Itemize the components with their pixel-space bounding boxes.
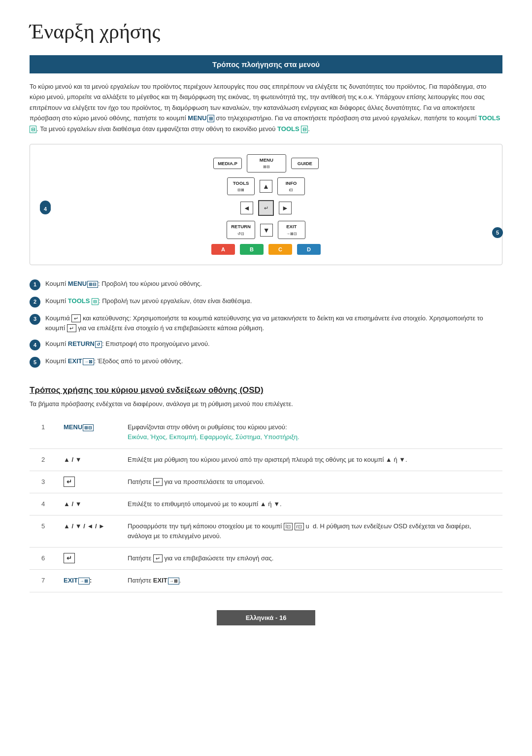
osd-row-5: 5 ▲ / ▼ / ◄ / ► Προσαρμόστε την τιμή κάπ… xyxy=(30,515,502,547)
enter-button: ↵ xyxy=(258,200,274,216)
osd-symbol-4: ▲ / ▼ xyxy=(57,493,121,515)
intro-text: Το κύριο μενού και τα μενού εργαλείων το… xyxy=(30,81,502,134)
bullet-item-2: 2 Κουμπί TOOLS ⊟: Προβολή των μενού εργα… xyxy=(30,296,502,308)
osd-row-1: 1 MENU⊞⊟ Εμφανίζονται στην οθόνη οι ρυθμ… xyxy=(30,416,502,448)
bullet-text-5: Κουμπί EXIT→⊠: Έξοδος από το μενού οθόνη… xyxy=(45,356,183,366)
info-button: INFOi⊡ xyxy=(277,177,305,196)
guide-button: GUIDE xyxy=(291,158,319,169)
bullet-text-3: Κουμπιά ↵ και κατεύθυνσης: Χρησιμοποιήστ… xyxy=(45,313,502,333)
page-title: Έναρξη χρήσης xyxy=(30,20,502,43)
osd-symbol-6: ↵ xyxy=(57,548,121,570)
osd-symbol-5: ▲ / ▼ / ◄ / ► xyxy=(57,515,121,547)
osd-row-2: 2 ▲ / ▼ Επιλέξτε μια ρύθμιση του κύριου … xyxy=(30,448,502,471)
bullet-item-3: 3 Κουμπιά ↵ και κατεύθυνσης: Χρησιμοποιή… xyxy=(30,313,502,333)
bullet-text-2: Κουμπί TOOLS ⊟: Προβολή των μενού εργαλε… xyxy=(45,296,252,306)
tools-button: TOOLS⊟⊠ xyxy=(227,177,255,196)
osd-num-4: 4 xyxy=(30,493,57,515)
osd-desc-1: Εμφανίζονται στην οθόνη οι ρυθμίσεις του… xyxy=(121,416,502,448)
section1-header: Τρόπος πλοήγησης στα μενού xyxy=(30,55,502,73)
menu-button: MENU⊞⊟ xyxy=(247,154,286,172)
osd-row-7: 7 EXIT→⊠: Πατήστε EXIT→⊠. xyxy=(30,570,502,592)
osd-num-7: 7 xyxy=(30,570,57,592)
osd-num-1: 1 xyxy=(30,416,57,448)
osd-row-4: 4 ▲ / ▼ Επιλέξτε το επιθυμητό υπομενού μ… xyxy=(30,493,502,515)
up-button: ▲ xyxy=(260,180,272,193)
bullet-text-1: Κουμπί MENU⊞⊟: Προβολή του κύριου μενού … xyxy=(45,279,202,289)
bullet-item-5: 5 Κουμπί EXIT→⊠: Έξοδος από το μενού οθό… xyxy=(30,356,502,368)
bullet-num-4: 4 xyxy=(30,340,40,350)
osd-desc-5: Προσαρμόστε την τιμή κάποιου στοιχείου μ… xyxy=(121,515,502,547)
osd-row-6: 6 ↵ Πατήστε ↵ για να επιβεβαιώσετε την ε… xyxy=(30,548,502,570)
remote-color-row: A B C D xyxy=(211,244,321,255)
bullet-num-3: 3 xyxy=(30,314,40,325)
bullet-list: 1 Κουμπί MENU⊞⊟: Προβολή του κύριου μενο… xyxy=(30,279,502,368)
down-button: ▼ xyxy=(260,224,273,237)
num-circle-5: 5 xyxy=(492,227,503,238)
section2: Τρόπος χρήσης του κύριου μενού ενδείξεων… xyxy=(30,385,502,592)
num-circle-4: 4 xyxy=(40,204,51,214)
bullet-text-4: Κουμπί RETURN↺: Επιστροφή στο προηγούμεν… xyxy=(45,339,210,349)
osd-desc-7: Πατήστε EXIT→⊠. xyxy=(121,570,502,592)
osd-title: Τρόπος χρήσης του κύριου μενού ενδείξεων… xyxy=(30,385,502,395)
bullet-num-2: 2 xyxy=(30,297,40,308)
osd-row-3: 3 ↵ Πατήστε ↵ για να προσπελάσετε τα υπο… xyxy=(30,471,502,493)
left-button: ◄ xyxy=(240,202,253,214)
osd-table: 1 MENU⊞⊟ Εμφανίζονται στην οθόνη οι ρυθμ… xyxy=(30,416,502,592)
bullet-num-5: 5 xyxy=(30,357,40,368)
color-b-button: B xyxy=(240,244,264,255)
bullet-item-1: 1 Κουμπί MENU⊞⊟: Προβολή του κύριου μενο… xyxy=(30,279,502,290)
return-button: RETURN↺⊡ xyxy=(227,221,255,239)
remote-diagram: 1 2 3 4 MEDIA.P MENU⊞⊟ GUIDE TOOLS⊟⊠ ▲ I… xyxy=(30,144,502,265)
remote-row-2: TOOLS⊟⊠ ▲ INFOi⊡ xyxy=(227,177,305,196)
media-p-button: MEDIA.P xyxy=(213,158,242,169)
page-footer: Ελληνικά - 16 xyxy=(217,610,315,625)
color-c-button: C xyxy=(268,244,292,255)
remote-buttons-grid: MEDIA.P MENU⊞⊟ GUIDE TOOLS⊟⊠ ▲ INFOi⊡ ◄ … xyxy=(55,154,477,255)
remote-row-1: MEDIA.P MENU⊞⊟ GUIDE xyxy=(213,154,319,172)
bullet-num-1: 1 xyxy=(30,279,40,290)
color-d-button: D xyxy=(297,244,321,255)
remote-row-3: ◄ ↵ ► xyxy=(240,200,292,216)
color-a-button: A xyxy=(211,244,235,255)
osd-num-2: 2 xyxy=(30,448,57,471)
osd-num-6: 6 xyxy=(30,548,57,570)
osd-subtitle: Τα βήματα πρόσβασης ενδέχεται να διαφέρο… xyxy=(30,400,502,408)
osd-symbol-1: MENU⊞⊟ xyxy=(57,416,121,448)
osd-desc-4: Επιλέξτε το επιθυμητό υπομενού με το κου… xyxy=(121,493,502,515)
osd-desc-3: Πατήστε ↵ για να προσπελάσετε τα υπομενο… xyxy=(121,471,502,493)
osd-desc-6: Πατήστε ↵ για να επιβεβαιώσετε την επιλο… xyxy=(121,548,502,570)
exit-button: EXIT→⊠⊡ xyxy=(278,221,305,239)
osd-symbol-2: ▲ / ▼ xyxy=(57,448,121,471)
osd-symbol-3: ↵ xyxy=(57,471,121,493)
remote-row-4: RETURN↺⊡ ▼ EXIT→⊠⊡ xyxy=(227,221,305,239)
osd-num-5: 5 xyxy=(30,515,57,547)
osd-desc-2: Επιλέξτε μια ρύθμιση του κύριου μενού απ… xyxy=(121,448,502,471)
bullet-item-4: 4 Κουμπί RETURN↺: Επιστροφή στο προηγούμ… xyxy=(30,339,502,350)
osd-symbol-7: EXIT→⊠: xyxy=(57,570,121,592)
right-button: ► xyxy=(279,202,292,214)
osd-num-3: 3 xyxy=(30,471,57,493)
